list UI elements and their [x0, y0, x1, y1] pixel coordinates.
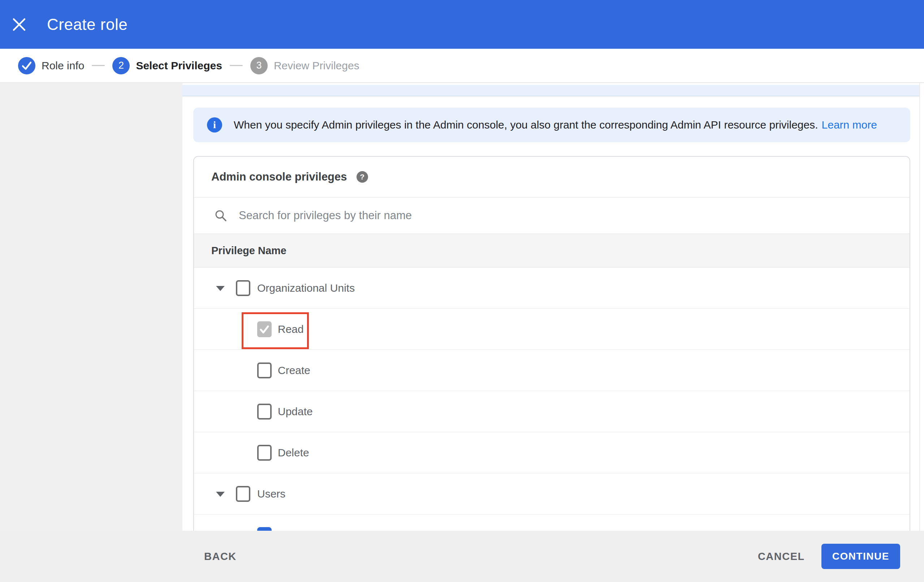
- row-checkbox[interactable]: [257, 404, 272, 420]
- footer-bar: BACK CANCEL CONTINUE: [0, 531, 924, 582]
- privilege-search-input[interactable]: [238, 209, 817, 223]
- step-number: 2: [112, 57, 130, 74]
- privilege-rows: Organizational Units Read Create Update: [194, 267, 909, 531]
- admin-console-privileges-card: Admin console privileges ? Privilege Nam…: [193, 156, 910, 531]
- privilege-row: Users: [194, 473, 909, 514]
- back-button[interactable]: BACK: [204, 551, 237, 562]
- step-label: Role info: [41, 59, 84, 72]
- row-checkbox[interactable]: [257, 363, 272, 378]
- step-complete-check-icon: [18, 57, 35, 74]
- content-area: i When you specify Admin privileges in t…: [0, 83, 924, 531]
- continue-button[interactable]: CONTINUE: [822, 544, 900, 569]
- row-checkbox[interactable]: [236, 280, 250, 296]
- row-checkbox[interactable]: [236, 486, 250, 502]
- privilege-label: Update: [278, 406, 313, 418]
- footer-right-group: CANCEL CONTINUE: [758, 544, 900, 569]
- step-label: Review Privileges: [274, 59, 360, 72]
- row-checkbox[interactable]: [257, 445, 272, 461]
- privilege-name-column-header: Privilege Name: [194, 234, 909, 267]
- row-checkbox[interactable]: [257, 527, 272, 531]
- step-label: Select Privileges: [136, 59, 222, 72]
- privilege-label: Create: [278, 364, 310, 377]
- card-title-row: Admin console privileges ?: [194, 157, 909, 197]
- step-number: 3: [250, 57, 268, 74]
- create-role-dialog: Create role Role info 2 Select Privilege…: [0, 0, 924, 582]
- learn-more-link[interactable]: Learn more: [822, 119, 877, 131]
- search-icon: [214, 209, 227, 222]
- close-icon[interactable]: [11, 16, 28, 33]
- privilege-row: Organizational Units: [194, 267, 909, 309]
- privilege-label: Organizational Units: [257, 282, 355, 294]
- info-banner-text: When you specify Admin privileges in the…: [234, 119, 818, 131]
- app-bar: Create role: [0, 0, 924, 49]
- page-title: Create role: [47, 0, 127, 49]
- privilege-row: Create: [194, 350, 909, 391]
- card-title: Admin console privileges: [211, 170, 347, 183]
- info-banner: i When you specify Admin privileges in t…: [193, 107, 910, 142]
- left-gutter-panel: [0, 83, 182, 531]
- privilege-row: Read: [194, 309, 909, 350]
- scrollbar-track-edge: [919, 83, 920, 531]
- step-role-info[interactable]: Role info: [18, 57, 84, 74]
- row-checkbox[interactable]: [257, 322, 272, 337]
- privilege-row: Update: [194, 391, 909, 432]
- expand-arrow-icon[interactable]: [216, 492, 225, 497]
- privilege-label: Delete: [278, 447, 309, 459]
- scrolled-banner-edge: [182, 85, 920, 96]
- privilege-row: Delete: [194, 432, 909, 473]
- privilege-label: Read: [278, 323, 304, 335]
- privilege-row: Read: [194, 514, 909, 531]
- column-header-label: Privilege Name: [211, 245, 286, 257]
- wizard-stepper: Role info 2 Select Privileges 3 Review P…: [0, 49, 924, 83]
- privilege-label: Users: [257, 488, 285, 500]
- info-icon: i: [207, 117, 222, 132]
- step-connector: [230, 65, 243, 66]
- help-icon[interactable]: ?: [356, 171, 368, 183]
- privilege-search-row: [194, 197, 909, 234]
- step-review-privileges[interactable]: 3 Review Privileges: [250, 57, 360, 74]
- step-connector: [92, 65, 105, 66]
- cancel-button[interactable]: CANCEL: [758, 551, 805, 562]
- step-select-privileges[interactable]: 2 Select Privileges: [112, 57, 222, 74]
- expand-arrow-icon[interactable]: [216, 286, 225, 291]
